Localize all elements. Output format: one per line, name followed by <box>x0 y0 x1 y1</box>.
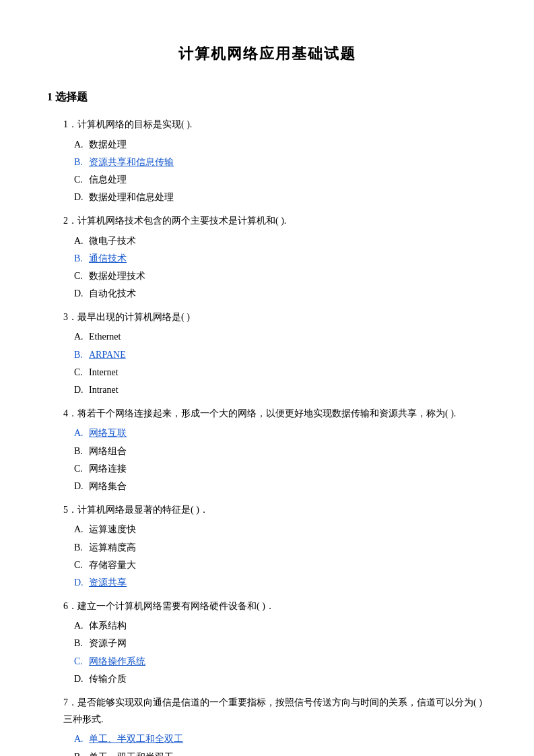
option-6a: A.体系结构 <box>74 617 487 634</box>
question-1-text: 1．计算机网络的目标是实现( ). <box>47 116 487 133</box>
question-2-options: A.微电子技术 B.通信技术 C.数据处理技术 D.自动化技术 <box>47 232 487 303</box>
question-4-text: 4．将若干个网络连接起来，形成一个大的网络，以便更好地实现数据传输和资源共享，称… <box>47 405 487 422</box>
question-6-text: 6．建立一个计算机网络需要有网络硬件设备和( )． <box>47 598 487 615</box>
question-2-text: 2．计算机网络技术包含的两个主要技术是计算机和( ). <box>47 212 487 229</box>
option-4c: C.网络连接 <box>74 460 487 477</box>
question-1: 1．计算机网络的目标是实现( ). A.数据处理 B.资源共享和信息传输 C.信… <box>47 116 487 206</box>
section-1: 1 选择题 1．计算机网络的目标是实现( ). A.数据处理 B.资源共享和信息… <box>47 88 487 756</box>
option-1b: B.资源共享和信息传输 <box>74 154 487 170</box>
question-6-options: A.体系结构 B.资源子网 C.网络操作系统 D.传输介质 <box>47 617 487 687</box>
option-3a: A.Ethernet <box>74 328 487 345</box>
option-5d: D.资源共享 <box>74 574 487 591</box>
option-6b: B.资源子网 <box>74 635 487 652</box>
question-7-options: A.单工、半双工和全双工 B.单工、双工和半双工 C.单工、双工和全双工 D.全… <box>47 730 487 756</box>
page-title: 计算机网络应用基础试题 <box>47 40 487 67</box>
option-2d: D.自动化技术 <box>74 285 487 302</box>
option-4b: B.网络组合 <box>74 443 487 460</box>
option-7a: A.单工、半双工和全双工 <box>74 730 487 747</box>
question-1-options: A.数据处理 B.资源共享和信息传输 C.信息处理 D.数据处理和信息处理 <box>47 136 487 206</box>
question-4: 4．将若干个网络连接起来，形成一个大的网络，以便更好地实现数据传输和资源共享，称… <box>47 405 487 495</box>
option-3c: C.Internet <box>74 364 487 381</box>
option-5a: A.运算速度快 <box>74 521 487 538</box>
option-5c: C.存储容量大 <box>74 557 487 573</box>
question-6: 6．建立一个计算机网络需要有网络硬件设备和( )． A.体系结构 B.资源子网 … <box>47 598 487 687</box>
option-5b: B.运算精度高 <box>74 539 487 556</box>
question-3-text: 3．最早出现的计算机网络是( ) <box>47 309 487 325</box>
question-7: 7．是否能够实现双向通信是信道的一个重要指标，按照信号传送方向与时间的关系，信道… <box>47 694 487 756</box>
option-7b: B.单工、双工和半双工 <box>74 749 487 756</box>
question-3-options: A.Ethernet B.ARPANE C.Internet D.Intrane… <box>47 328 487 398</box>
option-2a: A.微电子技术 <box>74 232 487 249</box>
question-2: 2．计算机网络技术包含的两个主要技术是计算机和( ). A.微电子技术 B.通信… <box>47 212 487 302</box>
question-list: 1．计算机网络的目标是实现( ). A.数据处理 B.资源共享和信息传输 C.信… <box>47 116 487 756</box>
question-3: 3．最早出现的计算机网络是( ) A.Ethernet B.ARPANE C.I… <box>47 309 487 398</box>
option-3b: B.ARPANE <box>74 346 487 363</box>
option-1c: C.信息处理 <box>74 171 487 188</box>
option-2b: B.通信技术 <box>74 250 487 267</box>
question-7-text: 7．是否能够实现双向通信是信道的一个重要指标，按照信号传送方向与时间的关系，信道… <box>47 694 487 728</box>
option-6d: D.传输介质 <box>74 670 487 687</box>
question-4-options: A.网络互联 B.网络组合 C.网络连接 D.网络集合 <box>47 424 487 495</box>
question-5-text: 5．计算机网络最显著的特征是( )． <box>47 501 487 518</box>
question-5-options: A.运算速度快 B.运算精度高 C.存储容量大 D.资源共享 <box>47 521 487 591</box>
question-5: 5．计算机网络最显著的特征是( )． A.运算速度快 B.运算精度高 C.存储容… <box>47 501 487 591</box>
option-3d: D.Intranet <box>74 381 487 398</box>
option-4d: D.网络集合 <box>74 478 487 495</box>
section-title: 1 选择题 <box>47 88 487 107</box>
option-2c: C.数据处理技术 <box>74 267 487 284</box>
option-1d: D.数据处理和信息处理 <box>74 189 487 206</box>
option-1a: A.数据处理 <box>74 136 487 153</box>
option-4a: A.网络互联 <box>74 424 487 441</box>
option-6c: C.网络操作系统 <box>74 653 487 670</box>
